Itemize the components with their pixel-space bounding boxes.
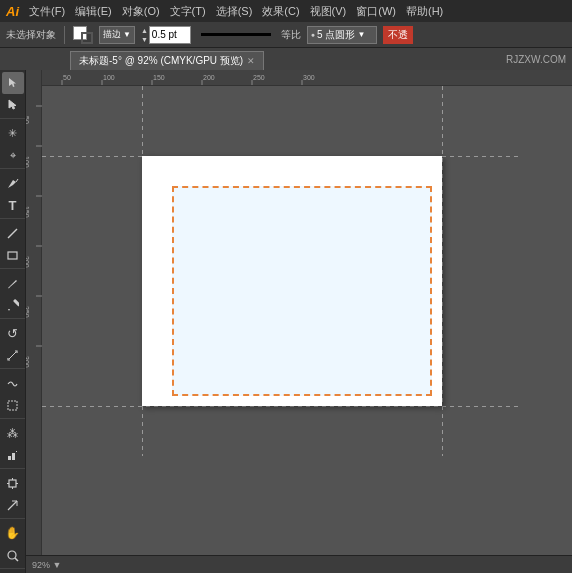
main-area: ✳ ⌖ T bbox=[0, 70, 572, 573]
symbol-icon: ⁂ bbox=[7, 427, 18, 440]
menu-type[interactable]: 文字(T) bbox=[170, 4, 206, 19]
paintbrush-btn[interactable] bbox=[2, 272, 24, 294]
ruler-top: 50 100 150 200 250 300 bbox=[26, 70, 572, 86]
hand-btn[interactable]: ✋ bbox=[2, 522, 24, 544]
warp-btn[interactable] bbox=[2, 372, 24, 394]
direct-selection-tool-btn[interactable] bbox=[2, 94, 24, 116]
svg-line-2 bbox=[16, 179, 18, 182]
options-bar: 未选择对象 描边 ▼ ▲ ▼ 0.5 pt 等比 ● 5 点圆形 ▼ 不透 bbox=[0, 22, 572, 48]
svg-rect-4 bbox=[8, 252, 17, 259]
opacity-button[interactable]: 不透 bbox=[383, 26, 413, 44]
svg-text:50: 50 bbox=[63, 74, 71, 81]
ai-logo: Ai bbox=[6, 4, 19, 19]
svg-rect-11 bbox=[16, 451, 17, 452]
menu-effect[interactable]: 效果(C) bbox=[262, 4, 299, 19]
svg-rect-5 bbox=[13, 299, 19, 307]
fill-color-box[interactable] bbox=[73, 26, 93, 44]
svg-text:100: 100 bbox=[26, 156, 30, 168]
menu-window[interactable]: 窗口(W) bbox=[356, 4, 396, 19]
rotate-btn[interactable]: ↺ bbox=[2, 322, 24, 344]
menu-help[interactable]: 帮助(H) bbox=[406, 4, 443, 19]
chevron-down-icon: ▼ bbox=[123, 30, 131, 39]
slice-btn[interactable] bbox=[2, 494, 24, 516]
draw-tools-group bbox=[0, 272, 25, 319]
document-canvas[interactable] bbox=[42, 86, 572, 573]
svg-text:150: 150 bbox=[26, 206, 30, 218]
svg-rect-10 bbox=[12, 453, 15, 460]
magic-wand-icon: ✳ bbox=[8, 127, 17, 140]
symbol-btn[interactable]: ⁂ bbox=[2, 422, 24, 444]
pen-tool-btn[interactable] bbox=[2, 172, 24, 194]
lasso-icon: ⌖ bbox=[10, 149, 16, 162]
points-dropdown[interactable]: ● 5 点圆形 ▼ bbox=[307, 26, 377, 44]
pen-tools-group: T bbox=[0, 172, 25, 219]
type-tool-icon: T bbox=[9, 198, 17, 213]
zoom-btn[interactable] bbox=[2, 544, 24, 566]
svg-line-17 bbox=[8, 501, 17, 510]
canvas-area[interactable]: 50 100 150 200 250 300 bbox=[26, 70, 572, 573]
svg-rect-12 bbox=[9, 480, 16, 487]
stroke-label: 描边 bbox=[103, 28, 121, 41]
svg-text:200: 200 bbox=[26, 256, 30, 268]
lasso-btn[interactable]: ⌖ bbox=[2, 144, 24, 166]
svg-text:150: 150 bbox=[153, 74, 165, 81]
svg-line-19 bbox=[15, 558, 18, 561]
navigation-tools-group: ✋ bbox=[0, 522, 25, 569]
artboard-btn[interactable] bbox=[2, 472, 24, 494]
svg-text:300: 300 bbox=[26, 356, 30, 368]
symbol-tools-group: ⁂ bbox=[0, 422, 25, 469]
dot-icon: ● bbox=[311, 31, 315, 38]
stroke-preview bbox=[201, 33, 271, 36]
stroke-weight-stepper[interactable]: ▲ ▼ 0.5 pt bbox=[141, 26, 191, 44]
svg-line-7 bbox=[9, 352, 16, 359]
tab-close-icon[interactable]: ✕ bbox=[247, 56, 255, 66]
ruler-left: 50 100 150 200 250 300 bbox=[26, 70, 42, 573]
ruler-top-ticks: 50 100 150 200 250 300 bbox=[42, 70, 572, 85]
hand-icon: ✋ bbox=[5, 526, 20, 540]
title-bar: Ai 文件(F) 编辑(E) 对象(O) 文字(T) 选择(S) 效果(C) 视… bbox=[0, 0, 572, 22]
points-label: 5 点圆形 bbox=[317, 28, 355, 42]
scale-btn[interactable] bbox=[2, 344, 24, 366]
svg-marker-0 bbox=[9, 78, 16, 87]
selection-magic-group: ✳ ⌖ bbox=[0, 122, 25, 169]
toolbar: ✳ ⌖ T bbox=[0, 70, 26, 573]
rect-tool-btn[interactable] bbox=[2, 244, 24, 266]
svg-point-18 bbox=[8, 551, 16, 559]
free-transform-btn[interactable] bbox=[2, 394, 24, 416]
svg-text:50: 50 bbox=[26, 116, 30, 124]
warp-tools-group bbox=[0, 372, 25, 419]
menu-select[interactable]: 选择(S) bbox=[216, 4, 253, 19]
menu-file[interactable]: 文件(F) bbox=[29, 4, 65, 19]
tab-bar: 未标题-5° @ 92% (CMYK/GPU 预览) ✕ RJZXW.COM bbox=[0, 48, 572, 70]
chevron-points-icon: ▼ bbox=[357, 30, 365, 39]
zoom-status: 92% ▼ bbox=[32, 560, 61, 570]
svg-text:200: 200 bbox=[203, 74, 215, 81]
svg-marker-1 bbox=[9, 100, 16, 109]
selection-tools-group bbox=[0, 72, 25, 119]
ratio-label: 等比 bbox=[281, 28, 301, 42]
svg-text:100: 100 bbox=[103, 74, 115, 81]
graph-btn[interactable] bbox=[2, 444, 24, 466]
pencil-btn[interactable] bbox=[2, 294, 24, 316]
stroke-dropdown[interactable]: 描边 ▼ bbox=[99, 26, 135, 44]
stroke-weight-input[interactable]: 0.5 pt bbox=[149, 26, 191, 44]
selection-tool-btn[interactable] bbox=[2, 72, 24, 94]
separator-1 bbox=[64, 26, 65, 44]
selection-box bbox=[172, 186, 432, 396]
menu-view[interactable]: 视图(V) bbox=[310, 4, 347, 19]
document-tab[interactable]: 未标题-5° @ 92% (CMYK/GPU 预览) ✕ bbox=[70, 51, 264, 70]
type-tool-btn[interactable]: T bbox=[2, 194, 24, 216]
menu-object[interactable]: 对象(O) bbox=[122, 4, 160, 19]
svg-rect-8 bbox=[8, 401, 17, 410]
stepper-up-icon[interactable]: ▲ bbox=[141, 26, 148, 35]
menu-edit[interactable]: 编辑(E) bbox=[75, 4, 112, 19]
line-tool-btn[interactable] bbox=[2, 222, 24, 244]
svg-text:300: 300 bbox=[303, 74, 315, 81]
artboard-tools-group bbox=[0, 472, 25, 519]
artboard-page[interactable] bbox=[142, 156, 442, 406]
no-selection-label: 未选择对象 bbox=[6, 28, 56, 42]
svg-text:250: 250 bbox=[253, 74, 265, 81]
artboard-container bbox=[122, 136, 462, 426]
stepper-down-icon[interactable]: ▼ bbox=[141, 35, 148, 44]
magic-wand-btn[interactable]: ✳ bbox=[2, 122, 24, 144]
